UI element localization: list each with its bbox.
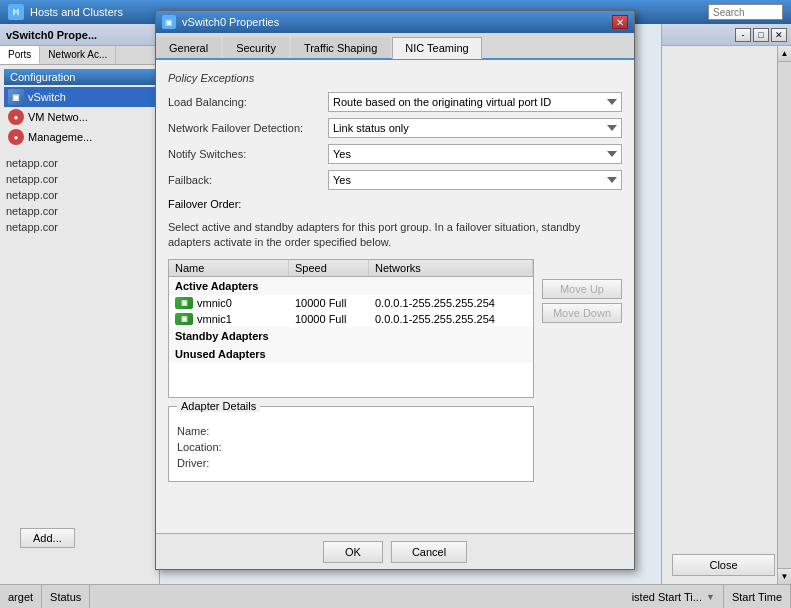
notify-switches-select[interactable]: Yes bbox=[328, 144, 622, 164]
failback-label: Failback: bbox=[168, 174, 328, 186]
tab-general[interactable]: General bbox=[156, 37, 221, 58]
col-name: Name bbox=[169, 260, 289, 276]
vm-network-item[interactable]: ● VM Netwo... bbox=[4, 107, 155, 127]
start-time-segment: Start Time bbox=[724, 585, 791, 608]
config-header: Configuration bbox=[4, 69, 155, 85]
dialog-title: vSwitch0 Properties bbox=[182, 16, 612, 28]
failover-detection-label: Network Failover Detection: bbox=[168, 122, 328, 134]
notify-switches-control: Yes bbox=[328, 144, 622, 164]
adapter-table: Name Speed Networks Active Adapters ▣ vm… bbox=[168, 259, 534, 398]
unused-adapters-label: Unused Adapters bbox=[169, 345, 533, 363]
adapter-name-text-1: vmnic1 bbox=[197, 313, 232, 325]
tab-nic-teaming[interactable]: NIC Teaming bbox=[392, 37, 481, 59]
add-button[interactable]: Add... bbox=[20, 528, 75, 548]
target-segment: arget bbox=[0, 585, 42, 608]
failback-select[interactable]: Yes bbox=[328, 170, 622, 190]
scroll-down-btn[interactable]: ▼ bbox=[778, 568, 791, 584]
status-segment: Status bbox=[42, 585, 90, 608]
tree-item-1[interactable]: netapp.cor bbox=[6, 155, 153, 171]
status-bar: arget Status isted Start Ti... ▼ Start T… bbox=[0, 584, 791, 608]
standby-adapters-label: Standby Adapters bbox=[169, 327, 533, 345]
adapter-networks-0: 0.0.0.1-255.255.255.254 bbox=[369, 295, 533, 311]
details-location-row: Location: bbox=[177, 441, 525, 453]
adapter-networks-1: 0.0.0.1-255.255.255.254 bbox=[369, 311, 533, 327]
nic-icon-1: ▣ bbox=[175, 313, 193, 325]
dialog-close-button[interactable]: ✕ bbox=[612, 15, 628, 29]
start-time-label: Start Time bbox=[732, 591, 782, 603]
recent-start-label: isted Start Ti... bbox=[632, 591, 702, 603]
tree-item-5[interactable]: netapp.cor bbox=[6, 219, 153, 235]
active-adapters-label: Active Adapters bbox=[169, 277, 533, 295]
vswitch-item[interactable]: ▣ vSwitch bbox=[4, 87, 155, 107]
left-panel: vSwitch0 Prope... Ports Network Ac... Co… bbox=[0, 24, 160, 608]
network-ac-tab[interactable]: Network Ac... bbox=[40, 46, 116, 64]
right-panel: - □ ✕ ▲ ▼ Close bbox=[661, 24, 791, 584]
notify-switches-label: Notify Switches: bbox=[168, 148, 328, 160]
close-right-button[interactable]: ✕ bbox=[771, 28, 787, 42]
dialog-tabs: General Security Traffic Shaping NIC Tea… bbox=[156, 33, 634, 60]
close-button[interactable]: Close bbox=[672, 554, 775, 576]
dialog-icon: ▣ bbox=[162, 15, 176, 29]
dialog-titlebar: ▣ vSwitch0 Properties ✕ bbox=[156, 11, 634, 33]
config-section: Configuration ▣ vSwitch ● VM Netwo... ● … bbox=[0, 65, 159, 151]
scroll-up-btn[interactable]: ▲ bbox=[778, 46, 791, 62]
load-balancing-select[interactable]: Route based on the originating virtual p… bbox=[328, 92, 622, 112]
move-down-button[interactable]: Move Down bbox=[542, 303, 622, 323]
search-input[interactable] bbox=[708, 4, 783, 20]
tree-item-2[interactable]: netapp.cor bbox=[6, 171, 153, 187]
ports-tab[interactable]: Ports bbox=[0, 46, 40, 64]
dialog-content: Policy Exceptions Load Balancing: Route … bbox=[156, 60, 634, 494]
cancel-button[interactable]: Cancel bbox=[391, 541, 467, 563]
tree-item-4[interactable]: netapp.cor bbox=[6, 203, 153, 219]
adapter-table-container: Name Speed Networks Active Adapters ▣ vm… bbox=[168, 259, 534, 482]
minimize-button[interactable]: - bbox=[735, 28, 751, 42]
left-panel-title: vSwitch0 Prope... bbox=[6, 29, 97, 41]
status-label: Status bbox=[50, 591, 81, 603]
failover-order-section: Failover Order: Select active and standb… bbox=[168, 198, 622, 251]
vm-icon: ● bbox=[8, 109, 24, 125]
tab-security[interactable]: Security bbox=[223, 37, 289, 58]
sort-icon: ▼ bbox=[706, 592, 715, 602]
failback-row: Failback: Yes bbox=[168, 170, 622, 190]
adapter-name-text-0: vmnic0 bbox=[197, 297, 232, 309]
dialog-footer: OK Cancel bbox=[156, 533, 634, 569]
notify-switches-row: Notify Switches: Yes bbox=[168, 144, 622, 164]
vswitch-label: vSwitch bbox=[28, 91, 66, 103]
move-up-button[interactable]: Move Up bbox=[542, 279, 622, 299]
adapter-speed-0: 10000 Full bbox=[289, 295, 369, 311]
adapter-table-body: Active Adapters ▣ vmnic0 10000 Full 0.0.… bbox=[169, 277, 533, 397]
details-name-row: Name: bbox=[177, 425, 525, 437]
details-driver-row: Driver: bbox=[177, 457, 525, 469]
app-icon: H bbox=[8, 4, 24, 20]
left-panel-tabs: Ports Network Ac... bbox=[0, 46, 159, 65]
adapter-details-legend: Adapter Details bbox=[177, 400, 260, 412]
table-row[interactable]: ▣ vmnic1 10000 Full 0.0.0.1-255.255.255.… bbox=[169, 311, 533, 327]
left-panel-header: vSwitch0 Prope... bbox=[0, 24, 159, 46]
maximize-button[interactable]: □ bbox=[753, 28, 769, 42]
recent-start-segment: isted Start Ti... ▼ bbox=[624, 585, 724, 608]
management-item[interactable]: ● Manageme... bbox=[4, 127, 155, 147]
vswitch-icon: ▣ bbox=[8, 89, 24, 105]
failover-detection-select[interactable]: Link status only bbox=[328, 118, 622, 138]
failover-detection-row: Network Failover Detection: Link status … bbox=[168, 118, 622, 138]
ok-button[interactable]: OK bbox=[323, 541, 383, 563]
tree-items: netapp.cor netapp.cor netapp.cor netapp.… bbox=[0, 151, 159, 239]
vswitch-dialog: ▣ vSwitch0 Properties ✕ General Security… bbox=[155, 10, 635, 570]
failover-order-label: Failover Order: bbox=[168, 198, 622, 210]
adapter-table-header: Name Speed Networks bbox=[169, 260, 533, 277]
load-balancing-label: Load Balancing: bbox=[168, 96, 328, 108]
vm-network-label: VM Netwo... bbox=[28, 111, 88, 123]
mgmt-icon: ● bbox=[8, 129, 24, 145]
table-row[interactable]: ▣ vmnic0 10000 Full 0.0.0.1-255.255.255.… bbox=[169, 295, 533, 311]
nic-icon-0: ▣ bbox=[175, 297, 193, 309]
adapter-name-1: ▣ vmnic1 bbox=[169, 311, 289, 327]
policy-exceptions-header: Policy Exceptions bbox=[168, 72, 622, 84]
management-label: Manageme... bbox=[28, 131, 92, 143]
tab-traffic-shaping[interactable]: Traffic Shaping bbox=[291, 37, 390, 58]
adapter-name-0: ▣ vmnic0 bbox=[169, 295, 289, 311]
tree-item-3[interactable]: netapp.cor bbox=[6, 187, 153, 203]
right-scroll: ▲ ▼ bbox=[777, 46, 791, 584]
adapter-speed-1: 10000 Full bbox=[289, 311, 369, 327]
col-speed: Speed bbox=[289, 260, 369, 276]
load-balancing-row: Load Balancing: Route based on the origi… bbox=[168, 92, 622, 112]
